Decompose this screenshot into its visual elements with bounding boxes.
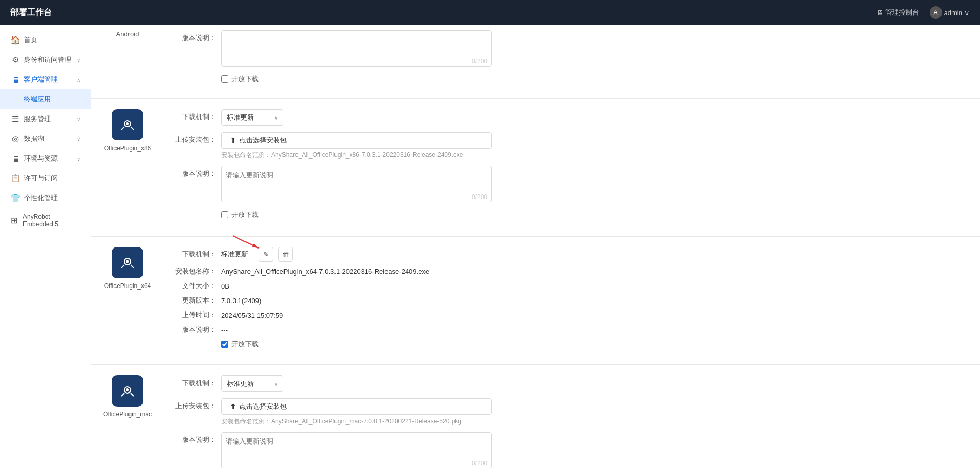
console-link[interactable]: 🖥 管理控制台	[876, 8, 919, 17]
sidebar-item-label: 客户端管理	[24, 75, 58, 84]
x64-open-download-label: 开放下载	[231, 340, 259, 349]
mac-download-mechanism-select[interactable]: 标准更新 ∨	[221, 375, 283, 392]
sidebar-item-datalake[interactable]: ◎ 数据湖 ∨	[0, 129, 91, 149]
x64-open-download-checkbox[interactable]	[221, 341, 228, 348]
textarea-count: 0/200	[472, 58, 487, 65]
sidebar-item-anyrobot[interactable]: ⊞ AnyRobot Embedded 5	[0, 208, 91, 233]
android-label: Android	[116, 30, 139, 38]
x86-icon-col: OfficePlugin_x86	[101, 109, 153, 152]
mac-form-col: 下载机制： 标准更新 ∨ 上传安装包： ⬆	[169, 375, 959, 470]
open-download-checkbox[interactable]	[221, 75, 228, 83]
chevron-icon: ∨	[76, 57, 80, 63]
app-title: 部署工作台	[10, 7, 52, 18]
x64-file-size-row: 文件大小： 0B	[169, 281, 959, 291]
svg-point-13	[126, 388, 129, 391]
x64-upload-time-row: 上传时间： 2024/05/31 15:07:59	[169, 310, 959, 320]
mac-download-mechanism-row: 下载机制： 标准更新 ∨	[169, 375, 959, 392]
x64-file-size-label: 文件大小：	[169, 281, 216, 291]
x86-version-note-field: 0/200	[221, 166, 959, 204]
x64-section: OfficePlugin_x64 下载机制： 标准更新	[91, 237, 980, 365]
sidebar-item-label: 数据湖	[24, 134, 44, 143]
x64-app-label: OfficePlugin_x64	[104, 282, 151, 290]
mac-upload-btn-text: 点击选择安装包	[239, 402, 287, 411]
anyrobot-icon: ⊞	[10, 216, 19, 225]
user-avatar: A	[930, 6, 942, 19]
x64-delete-button[interactable]: 🗑	[278, 247, 293, 262]
open-download-row: 开放下载	[169, 74, 959, 84]
x64-update-version-label: 更新版本：	[169, 296, 216, 305]
plugin-icon-svg3	[119, 383, 136, 399]
x86-download-mechanism-value: 标准更新	[227, 113, 254, 122]
x86-upload-label: 上传安装包：	[169, 132, 216, 145]
mac-version-note-row: 版本说明： 0/200	[169, 432, 959, 470]
chevron-down-icon: ∨	[964, 9, 970, 17]
sidebar-item-identity[interactable]: ⚙ 身份和访问管理 ∨	[0, 50, 91, 70]
x64-action-buttons: ✎ 🗑	[259, 247, 293, 262]
android-form: 版本说明： 0/200	[169, 30, 959, 90]
dropdown-arrow-icon: ∨	[274, 115, 278, 121]
service-icon: ☰	[10, 114, 20, 124]
x86-section: OfficePlugin_x86 下载机制： 标准更新 ∨	[91, 99, 980, 237]
x64-edit-button[interactable]: ✎	[259, 247, 273, 262]
x64-download-mechanism-row: 下载机制： 标准更新	[169, 247, 959, 262]
user-menu[interactable]: A admin ∨	[930, 6, 970, 19]
x86-open-download-checkbox-row: 开放下载	[221, 210, 259, 219]
sidebar-item-client[interactable]: 🖥 客户端管理 ∧	[0, 70, 91, 89]
sidebar-item-personal[interactable]: 👕 个性化管理	[0, 188, 91, 208]
delete-icon: 🗑	[282, 251, 289, 258]
mac-upload-hint: 安装包命名范例：AnyShare_All_OfficePlugin_mac-7.…	[221, 417, 492, 426]
mac-version-note-field: 0/200	[221, 432, 959, 470]
x86-app-label: OfficePlugin_x86	[104, 145, 151, 152]
x86-open-download-row: 开放下载	[169, 210, 959, 219]
mac-download-mechanism-value: 标准更新	[227, 379, 254, 388]
personal-icon: 👕	[10, 193, 20, 203]
sidebar-item-label: 服务管理	[24, 114, 51, 124]
x86-textarea-wrap: 0/200	[221, 166, 492, 204]
x86-upload-button[interactable]: ⬆ 点击选择安装包	[221, 132, 492, 149]
android-section: Android 版本说明： 0/200	[91, 25, 980, 99]
sidebar-item-terminal-app[interactable]: 终端应用	[0, 89, 91, 109]
version-note-textarea[interactable]	[221, 30, 492, 67]
sidebar-item-service[interactable]: ☰ 服务管理 ∨	[0, 109, 91, 129]
svg-line-5	[121, 265, 124, 268]
datalake-icon: ◎	[10, 134, 20, 143]
x64-icon-col: OfficePlugin_x64	[101, 247, 153, 290]
x86-app-icon	[112, 109, 143, 140]
mac-textarea-wrap: 0/200	[221, 432, 492, 470]
x64-upload-time-value: 2024/05/31 15:07:59	[221, 311, 283, 319]
x64-open-download-row: 开放下载	[169, 340, 959, 349]
x86-version-note-label: 版本说明：	[169, 166, 216, 178]
sidebar-item-home[interactable]: 🏠 首页	[0, 30, 91, 50]
version-note-row: 版本说明： 0/200	[169, 30, 959, 68]
textarea-wrap: 0/200	[221, 30, 492, 68]
identity-icon: ⚙	[10, 55, 20, 64]
x86-open-download-checkbox[interactable]	[221, 211, 228, 218]
mac-app-icon	[112, 375, 143, 407]
mac-upload-button[interactable]: ⬆ 点击选择安装包	[221, 398, 492, 415]
sidebar-item-label: 终端应用	[24, 95, 51, 104]
mac-app-row: OfficePlugin_mac 下载机制： 标准更新 ∨	[101, 375, 959, 470]
x86-download-mechanism-select[interactable]: 标准更新 ∨	[221, 109, 283, 126]
sidebar-item-license[interactable]: 📋 许可与订阅	[0, 168, 91, 188]
dropdown-arrow-icon2: ∨	[274, 381, 278, 387]
plugin-icon-svg	[119, 116, 136, 133]
sidebar: 🏠 首页 ⚙ 身份和访问管理 ∨ 🖥 客户端管理 ∧ 终端应用 ☰ 服务管理 ∨…	[0, 25, 91, 470]
x86-download-mechanism-label: 下载机制：	[169, 109, 216, 122]
x86-version-note-textarea[interactable]	[221, 166, 492, 202]
sidebar-item-env[interactable]: 🖥 环境与资源 ∨	[0, 149, 91, 168]
x64-download-mechanism-value: 标准更新	[221, 250, 248, 259]
upload-icon2: ⬆	[230, 402, 236, 411]
x64-file-size-value: 0B	[221, 282, 229, 290]
mac-version-note-textarea[interactable]	[221, 432, 492, 468]
chevron-icon: ∨	[76, 136, 80, 142]
chevron-icon: ∨	[76, 156, 80, 162]
open-download-checkbox-row: 开放下载	[221, 74, 259, 84]
client-icon: 🖥	[10, 75, 20, 84]
x64-app-row: OfficePlugin_x64 下载机制： 标准更新	[101, 247, 959, 354]
x64-package-name-label: 安装包名称：	[169, 267, 216, 276]
mac-upload-label: 上传安装包：	[169, 398, 216, 411]
env-icon: 🖥	[10, 154, 20, 163]
x64-package-name-value: AnyShare_All_OfficePlugin_x64-7.0.3.1-20…	[221, 268, 429, 276]
x64-version-note-label: 版本说明：	[169, 325, 216, 334]
chevron-icon: ∧	[76, 77, 80, 83]
